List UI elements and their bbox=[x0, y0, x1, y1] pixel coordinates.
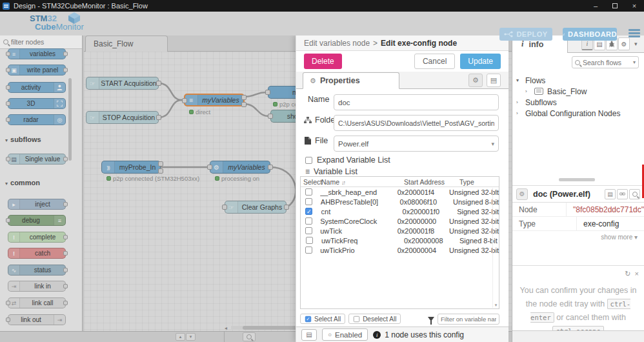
maximize-button[interactable] bbox=[605, 0, 625, 12]
status-dot bbox=[273, 102, 277, 106]
sidebar-config-button[interactable]: ⚙ bbox=[618, 37, 630, 50]
sort-by-name[interactable]: Name ↓↑ bbox=[321, 178, 404, 186]
palette-node-write-panel[interactable]: ▣ write panel bbox=[8, 65, 66, 75]
tree-item-flows[interactable]: ▾ Flows bbox=[512, 75, 644, 86]
variable-list-label: Variable List bbox=[314, 167, 357, 176]
palette-node-radar[interactable]: radar ◎ bbox=[8, 114, 66, 125]
search-icon bbox=[632, 192, 638, 197]
variable-filter-input[interactable] bbox=[438, 314, 499, 325]
bug-icon bbox=[609, 41, 615, 47]
palette-node-link-in[interactable]: ⇥ link in bbox=[8, 281, 66, 292]
minimize-button[interactable]: – bbox=[586, 0, 605, 12]
flow-node-myvariables-2[interactable]: ⚙ myVariables bbox=[210, 161, 270, 174]
palette-node-complete[interactable]: ! complete bbox=[8, 232, 66, 243]
table-row[interactable]: SystemCoreClock 0x20000000 Unsigned 32-b… bbox=[301, 216, 499, 226]
tree-item-global-config[interactable]: › Global Configuration Nodes bbox=[512, 108, 644, 119]
dashboard-button[interactable]: DASHBOARD bbox=[563, 28, 617, 41]
target-icon: ◎ bbox=[54, 115, 65, 125]
main-menu-button[interactable] bbox=[629, 29, 640, 38]
palette-node-debug[interactable]: debug ≡ bbox=[8, 215, 66, 226]
row-checkbox[interactable] bbox=[305, 188, 312, 196]
node-search-button[interactable] bbox=[629, 189, 640, 199]
scroll-down-button[interactable]: ▾ bbox=[186, 333, 196, 341]
row-checkbox[interactable] bbox=[305, 246, 312, 254]
cancel-button[interactable]: Cancel bbox=[414, 54, 455, 69]
flow-node-start-acquisition[interactable]: ☞ START Acquisition bbox=[86, 77, 159, 90]
flow-node-stop-acquisition[interactable]: ☞ STOP Acquisition bbox=[86, 111, 159, 124]
update-button[interactable]: Update bbox=[460, 54, 501, 69]
palette-section-subflows[interactable]: ▾subflows bbox=[5, 136, 41, 143]
search-flows-input[interactable] bbox=[583, 59, 628, 66]
palette-section-common[interactable]: ▾common bbox=[5, 179, 40, 186]
tab-properties[interactable]: ⚙ Properties bbox=[303, 72, 399, 89]
list-icon: ≡ bbox=[305, 167, 310, 176]
enabled-toggle[interactable]: ○ Enabled bbox=[322, 328, 368, 341]
table-row[interactable]: ✓ cnt 0x200001f0 Signed 32-bit bbox=[301, 206, 499, 216]
select-all-button[interactable]: ✓ Select All bbox=[300, 314, 345, 324]
name-input[interactable] bbox=[334, 94, 499, 110]
status-dot bbox=[189, 110, 194, 114]
row-checkbox[interactable] bbox=[306, 237, 313, 244]
delete-button[interactable]: Delete bbox=[304, 54, 342, 69]
palette-node-status[interactable]: ∿ status bbox=[8, 265, 66, 276]
palette-node-activity[interactable]: activity bbox=[8, 82, 66, 93]
filter-nodes-input[interactable] bbox=[11, 38, 66, 46]
scroll-left-icon[interactable]: ◂ bbox=[225, 325, 227, 331]
table-row[interactable]: uwTickFreq 0x20000008 Signed 8-bit bbox=[301, 236, 499, 245]
palette-node-variables[interactable]: ≡ variables bbox=[8, 48, 66, 59]
node-link-button[interactable] bbox=[617, 189, 628, 199]
palette-node-single-value[interactable]: ▤ Single value bbox=[8, 154, 66, 165]
expand-variable-list-checkbox[interactable] bbox=[305, 157, 312, 164]
palette-filter[interactable] bbox=[0, 35, 82, 49]
chevron-down-icon: ▾ bbox=[633, 59, 636, 65]
exclamation-icon: ! bbox=[8, 232, 20, 242]
info-icon: i bbox=[521, 39, 523, 49]
tab-basic-flow[interactable]: Basic_Flow bbox=[85, 35, 168, 52]
palette-scrollbar[interactable] bbox=[68, 78, 72, 161]
breadcrumb-parent[interactable]: Edit variables node bbox=[304, 39, 370, 48]
table-scrollbar[interactable]: ▴ ▾ bbox=[492, 188, 498, 308]
deploy-button[interactable]: DEPLOY bbox=[499, 28, 552, 41]
sitemap-icon bbox=[304, 117, 312, 124]
palette-node-catch[interactable]: ! catch bbox=[8, 248, 66, 259]
table-header: Select Name ↓↑ Start Address Type bbox=[301, 177, 499, 187]
row-checkbox[interactable] bbox=[305, 198, 312, 205]
close-icon[interactable]: × bbox=[635, 270, 639, 278]
flow-node-myvariables-selected[interactable]: ≡ myVariables bbox=[184, 94, 245, 106]
scroll-up-button[interactable]: ▴ bbox=[176, 333, 185, 341]
palette-node-3d[interactable]: 3D bbox=[8, 98, 66, 109]
palette-node-inject[interactable]: ▸ inject bbox=[8, 199, 66, 210]
flow-node-clear-graphs[interactable]: ☞ Clear Graphs bbox=[225, 201, 287, 214]
canvas-search-button[interactable] bbox=[243, 332, 256, 341]
palette-node-link-call[interactable]: ⇄ link call bbox=[8, 297, 66, 308]
table-row[interactable]: uwTickPrio 0x20000004 Unsigned 32-bit bbox=[301, 245, 499, 255]
row-checkbox[interactable] bbox=[305, 217, 312, 225]
file-icon bbox=[304, 137, 312, 145]
sidebar-resize-handle[interactable] bbox=[559, 178, 595, 181]
folder-input[interactable] bbox=[334, 115, 499, 131]
table-row[interactable]: AHBPrescTable[0] 0x08006f10 Unsigned 8-b… bbox=[301, 197, 499, 206]
deselect-all-button[interactable]: Deselect All bbox=[348, 314, 401, 324]
name-label: Name bbox=[308, 95, 329, 104]
row-checkbox[interactable] bbox=[305, 227, 312, 234]
search-flows-box[interactable]: ▾ bbox=[572, 56, 639, 68]
table-row[interactable]: uwTick 0x200001f8 Unsigned 32-bit bbox=[301, 226, 499, 236]
sidebar-more-tabs[interactable]: ▾ bbox=[634, 41, 638, 47]
show-more-link[interactable]: show more ▾ bbox=[601, 234, 638, 241]
book-icon: ▤ bbox=[306, 331, 312, 338]
help-button[interactable]: ▤ bbox=[301, 329, 317, 341]
tree-item-basic-flow[interactable]: › Basic_Flow bbox=[512, 86, 644, 97]
file-select[interactable]: Power.elf ▾ bbox=[334, 136, 499, 152]
flow-node-myprobe-in[interactable]: ))) myProbe_In bbox=[101, 161, 161, 174]
edit-config-button[interactable]: ⚙ bbox=[468, 74, 483, 87]
close-button[interactable]: × bbox=[625, 0, 644, 12]
palette-node-link-out[interactable]: link out ⇥ bbox=[8, 314, 66, 325]
node-help-button[interactable]: ▤ bbox=[487, 74, 501, 87]
tree-item-subflows[interactable]: › Subflows bbox=[512, 97, 644, 108]
row-checkbox[interactable]: ✓ bbox=[305, 208, 312, 215]
refresh-icon[interactable]: ↻ bbox=[625, 270, 630, 278]
tip-box: ↻ × You can confirm your changes in the … bbox=[512, 265, 644, 338]
node-help-button[interactable]: ▤ bbox=[605, 189, 616, 199]
status-dot bbox=[215, 176, 219, 181]
table-row[interactable]: __sbrk_heap_end 0x200001f4 Unsigned 32-b… bbox=[301, 187, 499, 197]
